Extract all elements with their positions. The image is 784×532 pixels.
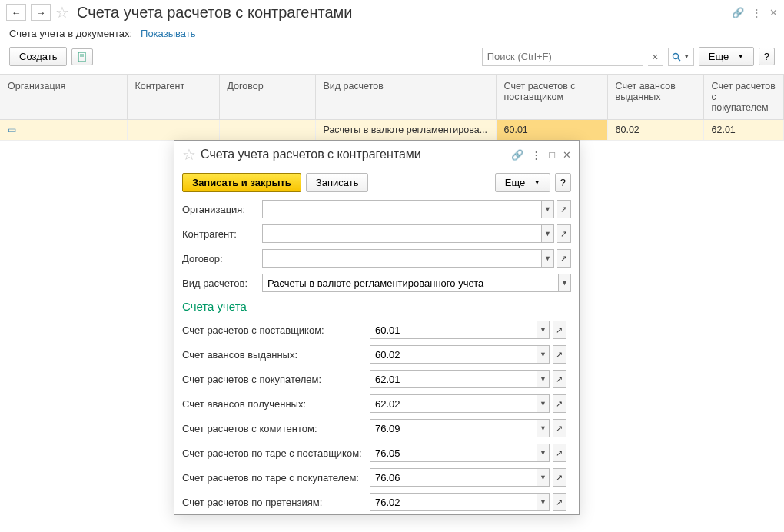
link-icon[interactable]: 🔗	[511, 149, 523, 161]
data-grid: Организация Контрагент Договор Вид расче…	[0, 74, 784, 141]
search-mode-button[interactable]: ▼	[668, 48, 694, 66]
save-close-button[interactable]: Записать и закрыть	[182, 173, 301, 192]
col-contragent[interactable]: Контрагент	[127, 75, 219, 120]
contragent-input[interactable]	[262, 224, 542, 243]
account-dropdown-button[interactable]: ▼	[537, 493, 550, 511]
contragent-open-button[interactable]: ↗	[557, 224, 571, 243]
account-label: Счет расчетов с поставщиком:	[182, 324, 364, 336]
account-row: Счет авансов полученных:▼↗	[174, 391, 579, 416]
account-input[interactable]	[370, 394, 537, 413]
account-open-button[interactable]: ↗	[553, 419, 566, 437]
contragent-dropdown-button[interactable]: ▼	[542, 224, 554, 243]
account-dropdown-button[interactable]: ▼	[537, 370, 550, 388]
org-input[interactable]	[262, 200, 542, 218]
account-row: Счет авансов выданных:▼↗	[174, 342, 579, 367]
account-open-button[interactable]: ↗	[553, 345, 566, 364]
edit-dialog: ☆ Счета учета расчетов с контрагентами 🔗…	[174, 140, 580, 515]
account-open-button[interactable]: ↗	[553, 468, 566, 487]
col-acc-supplier[interactable]: Счет расчетов с поставщиком	[496, 75, 607, 120]
account-row: Счет расчетов по претензиям:▼↗	[174, 490, 579, 514]
chevron-down-icon: ▼	[738, 53, 744, 60]
arrow-right-icon: →	[36, 7, 46, 18]
account-dropdown-button[interactable]: ▼	[537, 321, 550, 339]
dialog-section-title: Счета учета	[174, 295, 579, 318]
col-acc-advances[interactable]: Счет авансов выданных	[607, 75, 703, 120]
filter-label: Счета учета в документах:	[9, 28, 132, 39]
close-icon[interactable]: ✕	[563, 149, 571, 161]
col-contract[interactable]: Договор	[219, 75, 315, 120]
chevron-down-icon: ▼	[683, 53, 689, 60]
page-title: Счета учета расчетов с контрагентами	[77, 4, 352, 22]
help-button[interactable]: ?	[759, 48, 775, 65]
account-open-button[interactable]: ↗	[553, 394, 566, 413]
account-label: Счет расчетов с комитентом:	[182, 423, 364, 434]
account-open-button[interactable]: ↗	[553, 493, 566, 511]
contract-open-button[interactable]: ↗	[557, 249, 571, 268]
account-dropdown-button[interactable]: ▼	[537, 394, 550, 413]
magnifier-icon	[672, 52, 681, 62]
account-label: Счет расчетов по таре с покупателем:	[182, 472, 364, 484]
contract-label: Договор:	[182, 253, 256, 264]
type-label: Вид расчетов:	[182, 278, 256, 289]
table-row[interactable]: ▭ Расчеты в валюте регламентирова... 60.…	[0, 120, 784, 141]
svg-line-4	[678, 58, 680, 61]
account-open-button[interactable]: ↗	[553, 321, 566, 339]
nav-back-button[interactable]: ←	[6, 4, 26, 21]
account-input[interactable]	[370, 493, 537, 511]
account-row: Счет расчетов с поставщиком:▼↗	[174, 318, 579, 342]
dialog-help-button[interactable]: ?	[555, 173, 571, 192]
account-label: Счет расчетов по таре с поставщиком:	[182, 447, 364, 459]
account-dropdown-button[interactable]: ▼	[537, 468, 550, 487]
favorite-star-icon[interactable]: ☆	[55, 3, 69, 22]
account-input[interactable]	[370, 419, 537, 437]
org-dropdown-button[interactable]: ▼	[542, 200, 554, 218]
account-row: Счет расчетов по таре с покупателем:▼↗	[174, 465, 579, 490]
type-input[interactable]	[262, 274, 559, 292]
contract-input[interactable]	[262, 249, 542, 268]
contragent-label: Контрагент:	[182, 228, 256, 240]
account-input[interactable]	[370, 370, 537, 388]
more-vert-icon[interactable]: ⋮	[531, 149, 541, 161]
svg-rect-0	[78, 52, 85, 62]
more-vert-icon[interactable]: ⋮	[752, 7, 762, 18]
account-label: Счет расчетов по претензиям:	[182, 497, 364, 508]
dialog-title: Счета учета расчетов с контрагентами	[201, 148, 421, 161]
account-label: Счет авансов полученных:	[182, 398, 364, 410]
dialog-star-icon[interactable]: ☆	[182, 145, 196, 164]
search-clear-button[interactable]: ×	[648, 48, 663, 66]
col-type[interactable]: Вид расчетов	[315, 75, 496, 120]
arrow-left-icon: ←	[12, 7, 22, 18]
account-input[interactable]	[370, 468, 537, 487]
account-row: Счет расчетов по таре с поставщиком:▼↗	[174, 441, 579, 465]
search-input[interactable]	[482, 48, 643, 66]
more-button[interactable]: Еще ▼	[699, 47, 754, 66]
account-dropdown-button[interactable]: ▼	[537, 419, 550, 437]
account-open-button[interactable]: ↗	[553, 444, 566, 462]
create-button[interactable]: Создать	[9, 47, 67, 66]
account-input[interactable]	[370, 345, 537, 364]
account-row: Счет расчетов с покупателем:▼↗	[174, 367, 579, 391]
org-open-button[interactable]: ↗	[557, 200, 571, 218]
close-icon[interactable]: ✕	[769, 7, 778, 18]
row-record-icon: ▭	[8, 125, 16, 135]
account-input[interactable]	[370, 444, 537, 462]
account-row: Счет расчетов с комитентом:▼↗	[174, 416, 579, 441]
org-label: Организация:	[182, 204, 256, 215]
type-dropdown-button[interactable]: ▼	[559, 274, 571, 292]
account-dropdown-button[interactable]: ▼	[537, 345, 550, 364]
account-dropdown-button[interactable]: ▼	[537, 444, 550, 462]
contract-dropdown-button[interactable]: ▼	[542, 249, 554, 268]
col-acc-buyer[interactable]: Счет расчетов с покупателем	[703, 75, 784, 120]
account-label: Счет расчетов с покупателем:	[182, 374, 364, 385]
account-open-button[interactable]: ↗	[553, 370, 566, 388]
document-plus-icon	[77, 52, 88, 62]
filter-link[interactable]: Показывать	[141, 28, 195, 39]
nav-forward-button[interactable]: →	[31, 4, 51, 21]
save-button[interactable]: Записать	[306, 173, 369, 192]
link-icon[interactable]: 🔗	[732, 7, 744, 18]
create-group-button[interactable]	[71, 48, 93, 65]
col-org[interactable]: Организация	[0, 75, 127, 120]
maximize-icon[interactable]: □	[549, 149, 555, 161]
dialog-more-button[interactable]: Еще ▼	[495, 173, 550, 192]
account-input[interactable]	[370, 321, 537, 339]
